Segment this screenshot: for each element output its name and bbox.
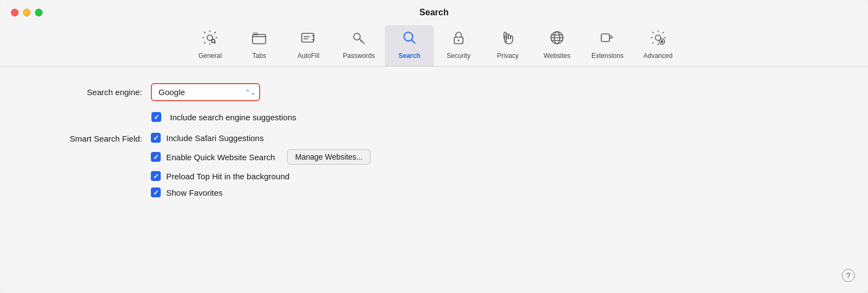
tabs-icon: [251, 30, 267, 49]
safari-suggestions-row: Include Safari Suggestions: [151, 133, 371, 143]
search-icon: [401, 30, 418, 49]
autofill-icon: [300, 30, 316, 49]
safari-suggestions-checkbox[interactable]: [151, 133, 161, 143]
search-engine-select-wrapper[interactable]: Google Yahoo Bing DuckDuckGo Ecosia: [151, 83, 260, 101]
tab-advanced-label: Advanced: [643, 52, 672, 60]
svg-point-8: [458, 40, 459, 42]
tab-passwords[interactable]: Passwords: [333, 25, 385, 66]
svg-point-1: [212, 40, 214, 42]
show-favorites-row: Show Favorites: [151, 187, 371, 197]
quick-website-search-row: Enable Quick Website Search Manage Websi…: [151, 149, 371, 165]
search-engine-label: Search engine:: [33, 87, 142, 97]
extensions-icon: [599, 30, 615, 49]
svg-rect-4: [302, 33, 314, 42]
window-title: Search: [419, 8, 448, 17]
tab-general-label: General: [198, 52, 222, 60]
quick-website-search-label: Enable Quick Website Search: [166, 153, 275, 162]
hand-icon: [500, 30, 516, 49]
manage-websites-button[interactable]: Manage Websites...: [287, 149, 371, 165]
tab-tabs-label: Tabs: [253, 52, 266, 60]
quick-website-search-checkbox[interactable]: [151, 152, 161, 162]
tab-search[interactable]: Search: [385, 25, 434, 66]
preload-top-hit-checkbox[interactable]: [151, 171, 161, 181]
smart-search-label: Smart Search Field:: [33, 133, 142, 143]
search-engine-row: Search engine: Google Yahoo Bing DuckDuc…: [33, 83, 835, 101]
tab-privacy[interactable]: Privacy: [483, 25, 532, 66]
tab-extensions[interactable]: Extensions: [582, 25, 634, 66]
tab-autofill[interactable]: AutoFill: [284, 25, 333, 66]
tab-tabs[interactable]: Tabs: [234, 25, 284, 66]
include-suggestions-label: Include search engine suggestions: [170, 113, 296, 122]
smart-search-section: Smart Search Field: Include Safari Sugge…: [33, 133, 835, 197]
maximize-button[interactable]: [35, 9, 43, 16]
preload-top-hit-label: Preload Top Hit in the background: [166, 172, 290, 181]
gear-icon: [202, 30, 218, 49]
svg-rect-11: [601, 34, 609, 42]
lock-icon: [450, 30, 467, 49]
tab-autofill-label: AutoFill: [297, 52, 319, 60]
svg-point-13: [660, 40, 663, 43]
tab-security-label: Security: [447, 52, 470, 60]
tab-websites-label: Websites: [543, 52, 570, 60]
safari-suggestions-label: Include Safari Suggestions: [166, 133, 263, 143]
traffic-lights: [11, 9, 43, 16]
show-favorites-checkbox[interactable]: [151, 187, 161, 197]
svg-rect-3: [253, 32, 258, 36]
content-area: Search engine: Google Yahoo Bing DuckDuc…: [0, 67, 868, 293]
help-button[interactable]: ?: [842, 269, 855, 282]
show-favorites-label: Show Favorites: [166, 188, 222, 197]
close-button[interactable]: [11, 9, 19, 16]
tab-passwords-label: Passwords: [343, 52, 375, 60]
advanced-icon: [650, 30, 666, 49]
tab-general[interactable]: General: [185, 25, 234, 66]
toolbar: General Tabs AutoFill: [0, 21, 868, 67]
tab-advanced[interactable]: Advanced: [634, 25, 683, 66]
search-engine-select[interactable]: Google Yahoo Bing DuckDuckGo Ecosia: [151, 83, 260, 101]
include-suggestions-checkbox[interactable]: [151, 112, 161, 122]
tab-websites[interactable]: Websites: [532, 25, 582, 66]
include-suggestions-row: Include search engine suggestions: [151, 112, 835, 122]
minimize-button[interactable]: [23, 9, 31, 16]
preload-top-hit-row: Preload Top Hit in the background: [151, 171, 371, 181]
tab-security[interactable]: Security: [434, 25, 483, 66]
smart-options: Include Safari Suggestions Enable Quick …: [151, 133, 371, 197]
title-bar: Search: [0, 0, 868, 21]
globe-icon: [549, 30, 565, 49]
tab-privacy-label: Privacy: [497, 52, 518, 60]
tab-search-label: Search: [398, 52, 420, 60]
tab-extensions-label: Extensions: [591, 52, 624, 60]
svg-rect-2: [253, 34, 266, 44]
key-icon: [351, 30, 367, 49]
preferences-window: Search General Tabs: [0, 0, 868, 293]
